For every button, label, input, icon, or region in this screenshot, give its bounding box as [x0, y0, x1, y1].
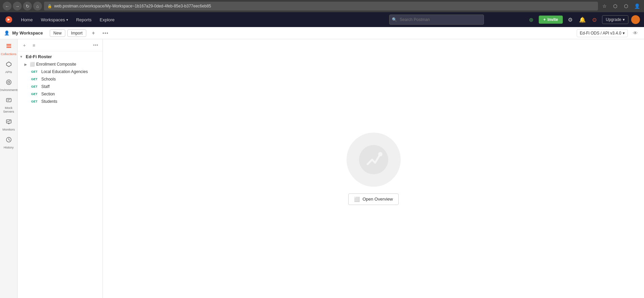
search-bar-wrapper: 🔍	[389, 15, 484, 25]
workspace-name: My Workspace	[12, 30, 43, 36]
empty-state: ⬜ Open Overview	[347, 133, 401, 205]
notifications-button[interactable]: 🔔	[578, 15, 587, 24]
collections-label: Collections	[1, 52, 16, 56]
url-text: web.postman.co/workspace/My-Workspace~1b…	[54, 4, 211, 8]
reports-nav-link[interactable]: Reports	[72, 15, 96, 24]
collection-name: Ed-Fi Roster	[26, 54, 52, 59]
method-badge-get: GET	[31, 70, 40, 73]
home-nav-link[interactable]: Home	[17, 15, 37, 24]
workspaces-chevron: ▾	[66, 18, 68, 22]
browser-nav-buttons: ← → ↻ ⌂	[3, 2, 42, 10]
star-button[interactable]: ☆	[600, 2, 609, 10]
import-button[interactable]: Import	[67, 29, 86, 37]
collection-ed-fi-roster[interactable]: ▾ Ed-Fi Roster	[18, 53, 103, 61]
monitors-icon	[6, 119, 12, 127]
open-overview-button[interactable]: ⬜ Open Overview	[348, 193, 399, 205]
sidebar-item-apis[interactable]: APIs	[0, 59, 17, 76]
panel-more-button[interactable]: •••	[92, 41, 100, 49]
overview-btn-icon: ⬜	[354, 197, 360, 202]
roster-chevron: ▾	[20, 55, 24, 59]
icon-sidebar: Collections APIs Environments	[0, 39, 18, 298]
main-layout: Collections APIs Environments	[0, 39, 644, 298]
add-tab-button[interactable]: +	[89, 29, 98, 38]
upgrade-button[interactable]: Upgrade ▾	[602, 15, 628, 24]
more-options-button[interactable]: •••	[101, 29, 111, 38]
mock-servers-label: Mock Servers	[1, 106, 16, 113]
explore-nav-link[interactable]: Explore	[96, 15, 119, 24]
wifi-status-button[interactable]: ⊛	[527, 15, 536, 24]
nav-links: Home Workspaces ▾ Reports Explore	[17, 15, 119, 24]
top-navigation: Home Workspaces ▾ Reports Explore 🔍 ⊛ + …	[0, 12, 644, 27]
open-overview-label: Open Overview	[362, 197, 393, 202]
apis-icon	[6, 61, 12, 69]
svg-point-14	[359, 145, 388, 174]
svg-rect-1	[6, 44, 11, 45]
main-content: ⬜ Open Overview	[103, 39, 644, 298]
svg-rect-7	[6, 98, 11, 102]
endpoint-students[interactable]: GET Students	[18, 98, 103, 105]
folder-name: Enrollment Composite	[36, 62, 76, 67]
endpoint-section[interactable]: GET Section	[18, 90, 103, 98]
endpoint-name-schools: Schools	[41, 77, 56, 82]
explore-label: Explore	[100, 17, 115, 22]
method-badge-get-schools: GET	[31, 77, 40, 81]
home-button[interactable]: ⌂	[33, 2, 42, 10]
sidebar-item-monitors[interactable]: Monitors	[0, 116, 17, 134]
svg-point-5	[8, 81, 10, 83]
svg-rect-10	[6, 120, 11, 123]
search-input[interactable]	[389, 15, 484, 25]
endpoint-name-section: Section	[41, 92, 55, 96]
profile-button[interactable]: 👤	[632, 2, 641, 10]
method-badge-get-staff: GET	[31, 85, 40, 88]
history-label: History	[4, 145, 14, 149]
svg-point-6	[6, 80, 11, 85]
postman-logo	[4, 15, 14, 24]
folder-enrollment-composite[interactable]: ▶ ⬜ Enrollment Composite	[18, 61, 103, 68]
settings-button[interactable]: ⚙	[565, 15, 575, 24]
interceptor-button[interactable]: ⊙	[590, 15, 599, 24]
add-collection-button[interactable]: +	[20, 41, 28, 49]
upgrade-label: Upgrade	[606, 17, 621, 22]
environments-icon	[6, 79, 12, 87]
invite-icon: +	[543, 17, 546, 22]
endpoint-name-staff: Staff	[41, 84, 49, 89]
address-bar[interactable]: 🔒 web.postman.co/workspace/My-Workspace~…	[44, 2, 598, 10]
lock-icon: 🔒	[47, 4, 52, 8]
env-selector-label: Ed-Fi ODS / API v3.4.0	[580, 31, 621, 36]
workspaces-label: Workspaces	[41, 17, 65, 22]
svg-marker-4	[6, 62, 11, 67]
nav-right-section: ⊛ + Invite ⚙ 🔔 ⊙ Upgrade ▾	[527, 15, 640, 24]
collection-tree: ▾ Ed-Fi Roster ▶ ⬜ Enrollment Composite …	[18, 51, 103, 298]
back-button[interactable]: ←	[3, 2, 12, 10]
upgrade-chevron: ▾	[623, 17, 625, 22]
collections-panel: + ≡ ••• ▾ Ed-Fi Roster ▶ ⬜ Enrollment Co…	[18, 39, 103, 298]
endpoint-local-ed-agencies[interactable]: GET Local Education Agencies	[18, 68, 103, 75]
history-icon	[6, 137, 12, 144]
endpoint-name: Local Education Agencies	[41, 69, 88, 74]
extension-btn-2[interactable]: ⬡	[622, 2, 630, 10]
mock-servers-icon	[6, 97, 12, 105]
extension-btn-1[interactable]: ⬡	[611, 2, 620, 10]
collections-icon	[6, 43, 12, 51]
filter-button[interactable]: ≡	[30, 41, 38, 49]
folder-chevron: ▶	[24, 63, 28, 66]
endpoint-schools[interactable]: GET Schools	[18, 75, 103, 83]
workspace-action-buttons: New Import	[50, 29, 86, 37]
method-badge-get-students: GET	[31, 100, 40, 103]
svg-point-15	[378, 152, 382, 156]
invite-button[interactable]: + Invite	[539, 16, 563, 24]
apis-label: APIs	[5, 70, 12, 74]
endpoint-staff[interactable]: GET Staff	[18, 83, 103, 90]
refresh-button[interactable]: ↻	[23, 2, 32, 10]
workspaces-nav-link[interactable]: Workspaces ▾	[37, 15, 72, 24]
sidebar-item-environments[interactable]: Environments	[0, 76, 17, 94]
forward-button[interactable]: →	[13, 2, 22, 10]
folder-icon: ⬜	[30, 62, 35, 67]
env-eye-button[interactable]: 👁	[630, 28, 640, 38]
sidebar-item-history[interactable]: History	[0, 134, 17, 152]
avatar[interactable]	[631, 15, 640, 24]
new-button[interactable]: New	[50, 29, 65, 37]
sidebar-item-collections[interactable]: Collections	[0, 41, 17, 59]
environment-selector[interactable]: Ed-Fi ODS / API v3.4.0 ▾	[577, 29, 628, 37]
sidebar-item-mock-servers[interactable]: Mock Servers	[0, 94, 17, 116]
